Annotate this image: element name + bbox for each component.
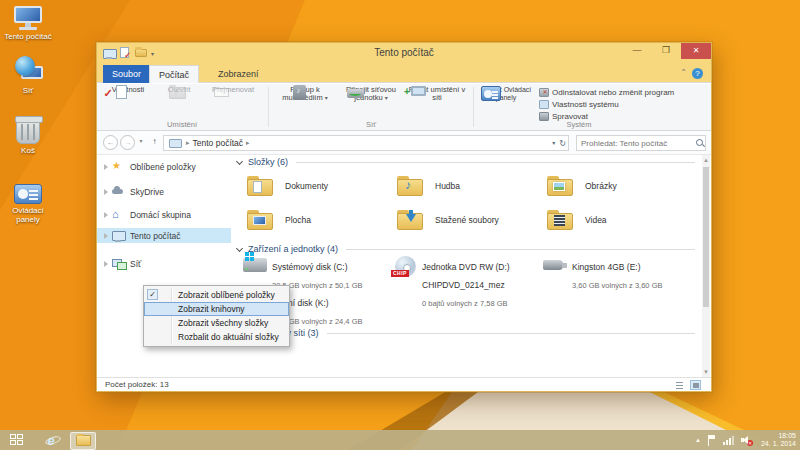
dvd-drive-icon: CHIP (393, 256, 422, 310)
recycle-bin-icon (16, 118, 40, 144)
collapse-chevron-icon (236, 157, 243, 164)
address-dropdown-icon[interactable]: ▾ (552, 139, 555, 148)
folder-tile-desktop[interactable]: Plocha (243, 205, 383, 235)
scrollbar-thumb[interactable] (703, 167, 709, 307)
scroll-down-icon[interactable]: ▼ (702, 367, 710, 377)
minimize-button[interactable]: — (623, 43, 651, 59)
sidebar-item-label: Síť (130, 259, 141, 269)
drive-name-line2: CHIPDVD_0214_mez (422, 280, 505, 290)
expand-icon[interactable] (104, 233, 108, 239)
action-center-flag-icon[interactable] (708, 435, 716, 446)
add-network-location-button[interactable]: + Přidat umístění v síti (406, 86, 468, 120)
favorites-star-icon: ★ (112, 161, 125, 172)
collapse-chevron-icon (236, 244, 243, 251)
sidebar-item-this-pc[interactable]: Tento počítač (97, 228, 231, 243)
network-icon (13, 60, 43, 84)
taskbar-explorer-button[interactable] (68, 430, 98, 450)
folder-tile-music[interactable]: ♪ Hudba (393, 171, 533, 201)
menu-item-show-all-folders[interactable]: Zobrazit všechny složky (144, 316, 289, 330)
search-icon[interactable] (695, 138, 702, 148)
expand-icon[interactable] (104, 189, 108, 195)
folder-tile-documents[interactable]: Dokumenty (243, 171, 383, 201)
volume-muted-icon[interactable]: ✕ (741, 435, 752, 445)
system-properties-icon (539, 100, 549, 109)
menu-item-label: Zobrazit všechny složky (178, 318, 268, 328)
properties-button[interactable]: ✓ Vlastnosti (103, 86, 153, 120)
desktop-icon-network[interactable]: Síť (2, 60, 54, 95)
menu-item-expand-to-current-folder[interactable]: Rozbalit do aktuální složky (144, 330, 289, 344)
vertical-scrollbar[interactable]: ▲ ▼ (702, 155, 710, 377)
tab-view[interactable]: Zobrazení (209, 65, 268, 83)
expand-icon[interactable] (104, 261, 108, 267)
breadcrumb-pc-icon (169, 139, 180, 148)
show-hidden-icons-icon[interactable]: ▲ (695, 437, 701, 443)
expand-icon[interactable] (104, 164, 108, 170)
details-view-button[interactable] (674, 380, 685, 390)
start-button[interactable] (4, 430, 30, 450)
section-header-folders[interactable]: Složky (6) (237, 157, 695, 167)
forward-button[interactable]: → (120, 135, 135, 150)
taskbar-clock[interactable]: 18:05 24. 1. 2014 (761, 430, 796, 450)
system-properties-button[interactable]: Vlastnosti systému (539, 100, 619, 109)
address-bar[interactable]: ▸ Tento počítač ▸ ▾ ↻ (163, 135, 569, 151)
sidebar-item-skydrive[interactable]: SkyDrive (97, 184, 231, 199)
drive-tile-usb[interactable]: Kingston 4GB (E:) 3,60 GB volných z 3,60… (543, 256, 691, 292)
sidebar-item-label: SkyDrive (130, 187, 164, 197)
desktop-icon-this-pc[interactable]: Tento počítač (2, 6, 54, 41)
tab-file[interactable]: Soubor (103, 65, 150, 83)
media-access-button[interactable]: Přístup k multimédiím ▾ (274, 86, 336, 120)
menu-item-show-libraries[interactable]: Zobrazit knihovny (144, 302, 289, 316)
desktop-icon-recycle-bin[interactable]: Koš (2, 118, 54, 155)
ribbon: ✓ Vlastnosti ↑ Otevřít Přejmenovat Umíst… (97, 84, 711, 131)
folder-tile-pictures[interactable]: Obrázky (543, 171, 683, 201)
rename-button[interactable]: Přejmenovat (205, 86, 261, 120)
section-rule (346, 249, 695, 250)
search-input[interactable] (577, 139, 695, 148)
expand-icon[interactable] (104, 212, 108, 218)
uninstall-program-button[interactable]: Odinstalovat nebo změnit program (539, 88, 674, 97)
open-button[interactable]: ↑ Otevřít (155, 86, 203, 120)
up-button[interactable]: ↑ (147, 135, 162, 150)
windows-logo-icon (10, 434, 25, 446)
sidebar-item-favorites[interactable]: ★ Oblíbené položky (97, 159, 231, 174)
checkmark-icon: ✓ (147, 289, 158, 300)
button-label: Vlastnosti systému (552, 100, 619, 109)
recent-pages-icon[interactable]: ▾ (137, 135, 145, 150)
control-panel-icon (14, 184, 42, 204)
desktop-icon-label: Koš (2, 146, 54, 155)
ribbon-group-system: Otevřít Ovládací panely Odinstalovat neb… (475, 84, 683, 130)
section-title: Složky (6) (248, 157, 288, 167)
tab-computer[interactable]: Počítač (149, 65, 199, 83)
close-button[interactable]: ✕ (681, 43, 711, 59)
menu-item-label: Zobrazit oblíbené položky (178, 290, 275, 300)
breadcrumb[interactable]: Tento počítač (193, 138, 244, 148)
refresh-icon[interactable]: ↻ (559, 139, 566, 148)
scroll-up-icon[interactable]: ▲ (702, 155, 710, 165)
desktop-icon-control-panel[interactable]: Ovládací panely (2, 184, 54, 224)
drive-tile-dvd[interactable]: CHIP Jednotka DVD RW (D:) CHIPDVD_0214_m… (393, 256, 541, 310)
ribbon-collapse-icon[interactable]: ⌃ (680, 68, 687, 77)
menu-item-label: Rozbalit do aktuální složky (178, 332, 279, 342)
computer-icon (112, 230, 125, 241)
menu-item-show-favorites[interactable]: ✓ Zobrazit oblíbené položky (144, 288, 289, 302)
network-signal-icon[interactable] (723, 436, 734, 445)
open-control-panel-button[interactable]: Otevřít Ovládací panely (477, 86, 535, 120)
taskbar-ie-button[interactable]: e (38, 430, 64, 450)
help-icon[interactable]: ? (692, 68, 703, 79)
group-label: Umístění (97, 120, 267, 129)
drive-name: Jednotka DVD RW (D:) (422, 262, 510, 272)
homegroup-icon: ⌂ (112, 209, 125, 220)
section-header-network-locations[interactable]: Umístění v síti (3) (237, 328, 695, 338)
status-bar: Počet položek: 13 (97, 377, 711, 391)
folder-tile-downloads[interactable]: Stažené soubory (393, 205, 533, 235)
maximize-button[interactable]: ❐ (652, 43, 680, 59)
computer-icon (13, 6, 43, 30)
map-network-drive-button[interactable]: Připojit síťovou jednotku ▾ (338, 86, 404, 120)
section-header-devices[interactable]: Zařízení a jednotky (4) (237, 244, 695, 254)
sidebar-item-homegroup[interactable]: ⌂ Domácí skupina (97, 207, 231, 222)
icons-view-button[interactable] (690, 380, 701, 390)
back-button[interactable]: ← (103, 135, 118, 150)
breadcrumb-separator-icon: ▸ (186, 139, 190, 147)
folder-tile-videos[interactable]: Videa (543, 205, 683, 235)
sidebar-item-network[interactable]: Síť (97, 256, 231, 271)
